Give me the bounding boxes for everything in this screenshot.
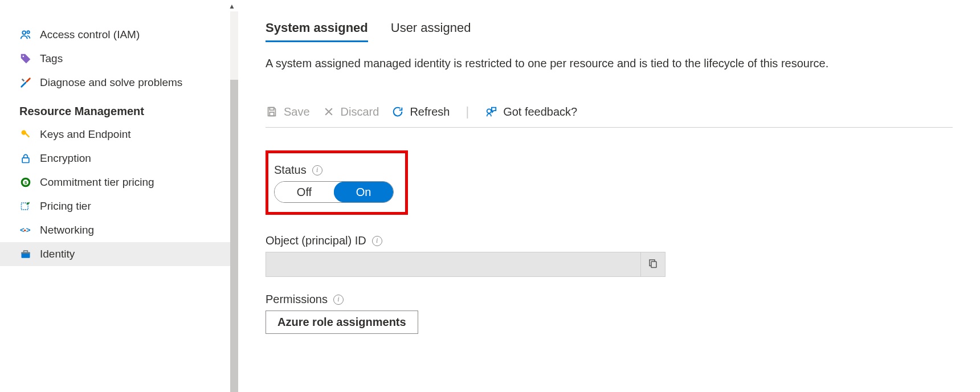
sidebar-item-label: Access control (IAM) — [40, 28, 140, 41]
refresh-icon — [391, 105, 404, 118]
azure-role-assignments-button[interactable]: Azure role assignments — [266, 311, 418, 334]
tab-user-assigned[interactable]: User assigned — [391, 21, 471, 41]
sidebar-item-tags[interactable]: Tags — [0, 47, 238, 71]
svg-rect-14 — [22, 252, 30, 254]
sidebar-item-commitment-pricing[interactable]: $ Commitment tier pricing — [0, 170, 238, 194]
svg-point-1 — [27, 31, 29, 33]
pricing-icon — [19, 200, 32, 213]
tab-system-assigned[interactable]: System assigned — [266, 21, 368, 41]
copy-icon — [648, 258, 658, 271]
sidebar-section-resource-management: Resource Management — [0, 95, 238, 122]
info-icon[interactable]: i — [372, 236, 382, 246]
sidebar-item-label: Tags — [40, 52, 63, 65]
tab-label: User assigned — [391, 21, 471, 35]
feedback-button[interactable]: Got feedback? — [485, 105, 577, 119]
key-icon — [19, 128, 32, 141]
sidebar-item-encryption[interactable]: Encryption — [0, 146, 238, 170]
identity-icon — [19, 248, 32, 260]
tag-icon — [19, 52, 32, 65]
toolbar-label: Save — [284, 105, 310, 119]
svg-rect-5 — [22, 158, 29, 162]
sidebar-item-pricing-tier[interactable]: Pricing tier — [0, 194, 238, 218]
svg-point-0 — [22, 31, 26, 34]
status-toggle[interactable]: Off On — [274, 181, 394, 203]
toggle-label: Off — [297, 186, 312, 199]
toggle-label: On — [356, 186, 371, 199]
toolbar-separator: | — [462, 104, 472, 119]
dollar-circle-icon: $ — [19, 176, 32, 189]
identity-description: A system assigned managed identity is re… — [266, 57, 953, 70]
status-highlight: Status i Off On — [266, 150, 408, 215]
permissions-field: Permissions i Azure role assignments — [266, 293, 953, 334]
scroll-up-arrow[interactable]: ▲ — [226, 2, 238, 10]
sidebar-item-diagnose[interactable]: Diagnose and solve problems — [0, 71, 238, 95]
sidebar-item-networking[interactable]: < • > Networking — [0, 218, 238, 242]
sidebar-item-label: Networking — [40, 224, 94, 236]
sidebar: ▲ Access control (IAM) — [0, 0, 238, 392]
close-icon — [322, 105, 335, 118]
object-id-field: Object (principal) ID i — [266, 234, 953, 277]
toolbar-label: Discard — [341, 105, 379, 119]
status-toggle-off[interactable]: Off — [275, 182, 334, 202]
tools-icon — [19, 76, 32, 89]
sidebar-scrollbar[interactable] — [230, 11, 238, 392]
sidebar-item-label: Keys and Endpoint — [40, 128, 131, 141]
permissions-label: Permissions — [266, 293, 328, 306]
sidebar-scroll-thumb[interactable] — [230, 80, 238, 392]
svg-rect-18 — [651, 262, 656, 268]
info-icon[interactable]: i — [333, 295, 344, 305]
object-id-label: Object (principal) ID — [266, 234, 366, 247]
lock-icon — [19, 152, 32, 165]
svg-rect-15 — [270, 108, 273, 111]
sidebar-item-label: Commitment tier pricing — [40, 176, 154, 189]
refresh-button[interactable]: Refresh — [391, 105, 450, 119]
save-icon — [266, 105, 278, 118]
svg-rect-16 — [270, 112, 273, 116]
svg-point-17 — [487, 109, 491, 113]
toolbar-label: Refresh — [410, 105, 450, 119]
people-icon — [19, 28, 32, 41]
sidebar-item-keys-endpoint[interactable]: Keys and Endpoint — [0, 122, 238, 146]
toolbar-label: Got feedback? — [503, 105, 577, 119]
sidebar-item-label: Identity — [40, 248, 75, 260]
info-icon[interactable]: i — [312, 165, 322, 175]
sidebar-item-label: Encryption — [40, 152, 91, 165]
svg-point-2 — [23, 56, 24, 58]
sidebar-item-access-control[interactable]: Access control (IAM) — [0, 23, 238, 47]
tab-label: System assigned — [266, 21, 368, 35]
discard-button: Discard — [322, 105, 379, 119]
sidebar-item-label: Diagnose and solve problems — [40, 76, 182, 89]
status-toggle-on[interactable]: On — [334, 182, 393, 202]
save-button: Save — [266, 105, 310, 119]
status-label: Status — [274, 164, 307, 177]
identity-tabs: System assigned User assigned — [266, 21, 953, 41]
sidebar-item-identity[interactable]: Identity — [0, 242, 238, 266]
network-icon: < • > — [19, 224, 32, 236]
button-label: Azure role assignments — [277, 316, 406, 329]
copy-button[interactable] — [640, 252, 665, 276]
main-content: System assigned User assigned A system a… — [238, 0, 980, 392]
svg-rect-4 — [24, 133, 30, 138]
object-id-input[interactable] — [266, 252, 640, 276]
sidebar-item-label: Pricing tier — [40, 200, 91, 213]
svg-text:>: > — [26, 226, 31, 234]
feedback-icon — [485, 105, 497, 118]
toolbar: Save Discard Refresh — [266, 104, 953, 128]
